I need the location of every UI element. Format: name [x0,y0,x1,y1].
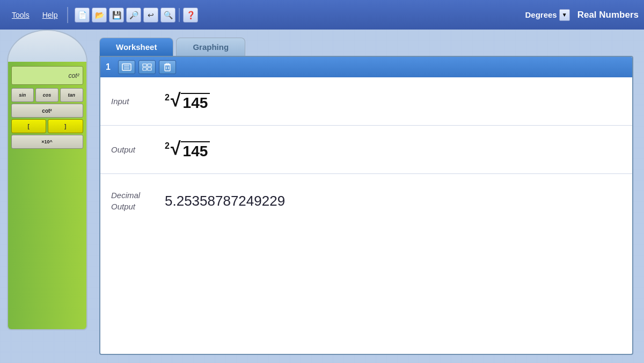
input-radical-index: 2 [165,93,170,103]
tabs-row: Worksheet Graphing [99,38,633,56]
input-radical-radicand: 145 [181,93,210,112]
calc-key-cot2[interactable]: cot² [11,104,83,118]
svg-rect-5 [148,64,151,67]
ws-btn-grid[interactable] [138,60,156,74]
ws-btn-add[interactable] [118,60,135,74]
output-label: Output [111,145,165,154]
decimal-value: 5.25358787249229 [165,193,621,209]
calc-key-tan[interactable]: tan [60,88,83,102]
real-numbers-label: Real Numbers [577,10,639,20]
decimal-label: Decimal Output [111,190,165,212]
toolbar-sep-1 [67,7,68,23]
worksheet-content: Input 2 √ 145 Output 2 [100,77,632,354]
worksheet-toolbar: 1 [100,57,632,77]
undo-button[interactable]: ↩ [143,8,158,23]
calc-key-row-2: cot² [11,104,83,118]
calculator-panel: cot² sin cos tan cot² [ ] ×10^ [0,30,94,363]
degrees-label: Degrees [525,10,557,19]
calc-key-row-4: ×10^ [11,135,83,149]
tools-menu[interactable]: Tools [5,9,36,21]
output-radical: 2 √ 145 [165,139,210,161]
output-row: Output 2 √ 145 [100,126,632,174]
btn-sep [179,8,180,22]
output-radical-radicand: 145 [181,141,210,161]
open-button[interactable]: 📂 [92,8,107,23]
calc-key-open-bracket[interactable]: [ [11,119,47,133]
calc-display: cot² [11,66,83,85]
ws-btn-delete[interactable] [159,60,176,74]
calc-body: cot² sin cos tan cot² [ ] ×10^ [7,62,87,330]
help-menu[interactable]: Help [36,9,64,21]
zoom-button[interactable]: 🔍 [160,8,175,23]
worksheet-number: 1 [106,62,111,72]
calc-key-cos[interactable]: cos [35,88,58,102]
worksheet-panel: 1 Input 2 [99,56,633,355]
output-radical-symbol: √ [171,139,181,157]
calc-display-value: cot² [68,72,79,79]
worksheet-area: Worksheet Graphing 1 [94,30,644,363]
svg-rect-7 [148,68,151,70]
calc-key-10x[interactable]: ×10^ [11,135,83,149]
menu-bar: Tools Help [5,9,64,21]
output-value: 2 √ 145 [165,139,621,161]
toolbar: Tools Help 📄 📂 💾 🔎 ↩ 🔍 ❓ Degrees ▼ Real … [0,0,644,30]
calc-top-arc [7,30,87,62]
svg-rect-10 [166,63,169,64]
calc-key-close-bracket[interactable]: ] [48,119,83,133]
tab-worksheet[interactable]: Worksheet [99,38,173,56]
decimal-number: 5.25358787249229 [165,193,285,209]
input-row: Input 2 √ 145 [100,77,632,126]
degrees-dropdown[interactable]: ▼ [559,9,570,21]
decimal-row: Decimal Output 5.25358787249229 [100,174,632,228]
input-radical-symbol: √ [171,91,181,109]
toolbar-button-group: 📄 📂 💾 🔎 ↩ 🔍 ❓ [75,8,198,23]
save-button[interactable]: 💾 [109,8,124,23]
main-content: cot² sin cos tan cot² [ ] ×10^ Worksheet [0,30,644,363]
svg-rect-8 [165,65,170,71]
input-value: 2 √ 145 [165,91,621,112]
output-radical-index: 2 [165,141,170,151]
svg-rect-4 [143,64,147,67]
calc-key-sin[interactable]: sin [11,88,34,102]
svg-rect-6 [143,68,147,70]
find-button[interactable]: 🔎 [126,8,141,23]
calc-key-row-1: sin cos tan [11,88,83,102]
new-button[interactable]: 📄 [75,8,90,23]
degrees-area: Degrees ▼ Real Numbers [525,9,639,21]
help-button[interactable]: ❓ [183,8,198,23]
input-radical: 2 √ 145 [165,91,210,112]
calc-key-row-3: [ ] [11,119,83,133]
input-label: Input [111,97,165,106]
tab-graphing[interactable]: Graphing [176,38,245,56]
